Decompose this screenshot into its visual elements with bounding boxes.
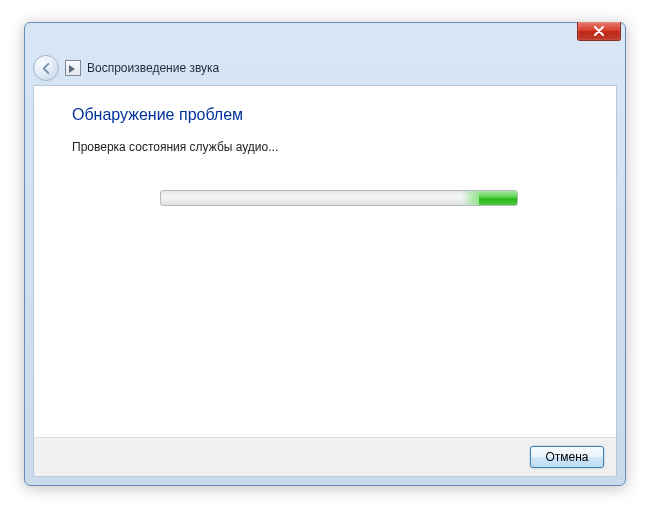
app-icon	[65, 60, 81, 76]
content-area: Обнаружение проблем Проверка состояния с…	[33, 85, 617, 437]
status-text: Проверка состояния службы аудио...	[72, 140, 278, 154]
nav-row: Воспроизведение звука	[33, 53, 617, 83]
cancel-button[interactable]: Отмена	[530, 446, 604, 468]
page-heading: Обнаружение проблем	[72, 106, 243, 124]
progress-fill	[479, 191, 517, 205]
close-button[interactable]	[577, 22, 621, 41]
troubleshooter-window: Воспроизведение звука Обнаружение пробле…	[24, 22, 626, 486]
window-title: Воспроизведение звука	[87, 61, 219, 75]
titlebar	[25, 23, 625, 51]
footer: Отмена	[33, 437, 617, 477]
back-button[interactable]	[33, 55, 59, 81]
close-icon	[593, 26, 605, 36]
back-arrow-icon	[40, 62, 53, 75]
progress-bar	[160, 190, 518, 206]
